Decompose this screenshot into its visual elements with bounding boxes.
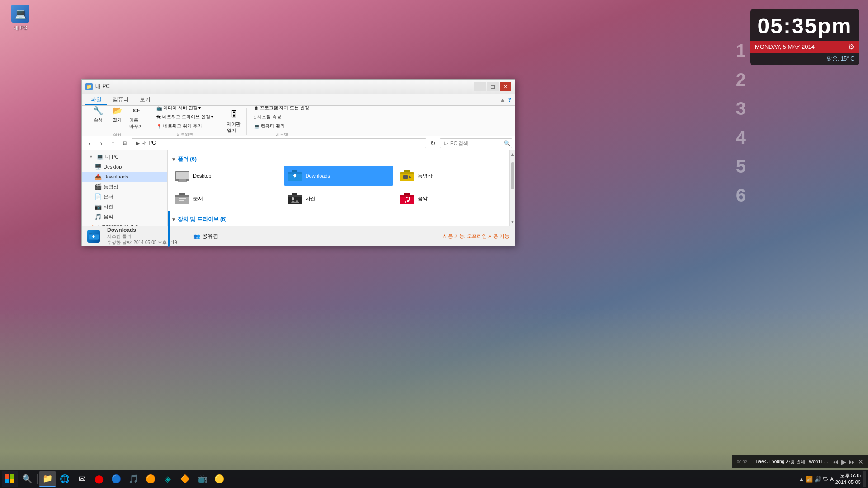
ribbon-btn-media-server[interactable]: 📺 미디어 서버 연결 ▾ <box>155 104 215 112</box>
maximize-button[interactable]: □ <box>487 82 499 91</box>
content-scrollbar[interactable]: ▲ ▼ <box>509 150 515 226</box>
close-button[interactable]: ✕ <box>500 82 511 91</box>
sidebar-item-videos[interactable]: 🎬 동영상 <box>82 182 167 192</box>
taskbar-explorer[interactable]: 📁 <box>39 471 56 487</box>
folder-item-music[interactable]: 음악 <box>396 188 506 208</box>
desktop-icon-mypc[interactable]: 💻 내 PC <box>5 5 36 31</box>
breadcrumb-pc[interactable]: ▶ <box>136 140 140 146</box>
availability-label: 사용 가능: <box>443 233 466 239</box>
ribbon-btn-system-props[interactable]: ℹ 시스템 속성 <box>252 113 311 121</box>
mypc-sidebar-icon: 💻 <box>96 153 104 160</box>
taskbar-browser2[interactable]: 🔶 <box>177 471 193 487</box>
music-play-btn[interactable]: ▶ <box>841 458 846 465</box>
taskbar-app-cyan[interactable]: ◈ <box>160 471 176 487</box>
folder-item-downloads[interactable]: Downloads <box>284 166 394 186</box>
ribbon-btn-uninstall[interactable]: 🗑 프로그램 제거 또는 변경 <box>252 104 311 112</box>
taskbar-media[interactable]: 🎵 <box>125 471 142 487</box>
folder-item-videos[interactable]: 동영상 <box>396 166 506 186</box>
breadcrumb-mypc[interactable]: 내 PC <box>142 139 156 147</box>
sidebar-item-pictures[interactable]: 📷 사진 <box>82 202 167 211</box>
taskbar: 🔍 📁 🌐 ✉ ⬤ 🔵 🎵 🟠 ◈ 🔶 📺 🟡 ▲ 📶 🔊 🛡 A 오후 5:3… <box>0 470 868 488</box>
music-next-btn[interactable]: ⏭ <box>849 458 855 465</box>
search-input[interactable] <box>440 138 512 148</box>
ribbon-collapse-btn[interactable]: ▲ <box>500 97 505 103</box>
address-bar: ‹ › ↑ ⊟ ▶ 내 PC ↻ 🔍 <box>82 136 515 150</box>
folder-item-desktop[interactable]: Desktop <box>171 166 281 186</box>
refresh-button[interactable]: ↻ <box>428 138 438 148</box>
system-props-icon: ℹ <box>254 115 256 120</box>
svg-point-18 <box>292 197 294 200</box>
folder-item-documents[interactable]: 문서 <box>171 188 281 208</box>
sidebar-item-music[interactable]: 🎵 음악 <box>82 211 167 221</box>
tray-network[interactable]: 📶 <box>806 476 813 483</box>
ribbon-btn-open[interactable]: 📂 열기 <box>108 103 126 131</box>
forward-button[interactable]: › <box>96 138 106 148</box>
ribbon-help-btn[interactable]: ? <box>508 97 511 103</box>
sidebar-item-documents[interactable]: 📄 문서 <box>82 192 167 202</box>
music-folder-icon <box>400 191 414 206</box>
svg-rect-40 <box>5 474 9 479</box>
taskbar-search[interactable]: 🔍 <box>19 471 35 487</box>
ribbon-btn-add-location[interactable]: 📍 네트워크 위치 추가 <box>155 122 215 130</box>
start-button[interactable] <box>2 471 18 487</box>
sidebar-item-downloads[interactable]: 📥 Downloads <box>82 172 167 182</box>
folders-label: 폴더 (6) <box>178 155 197 163</box>
desktop-folder-label: Desktop <box>193 173 211 178</box>
scrollbar-thumb[interactable] <box>511 162 514 189</box>
drives-toggle[interactable]: ▼ <box>171 217 176 222</box>
folders-toggle[interactable]: ▼ <box>171 157 176 162</box>
up-button[interactable]: ↑ <box>108 138 118 148</box>
videos-folder-icon <box>400 169 414 183</box>
rename-icon: ✏ <box>130 104 142 117</box>
status-folder-modified: 수정한 날짜: 2014-05-05 오후 5:19 <box>107 239 177 246</box>
sidebar-item-mypc[interactable]: ▼ 💻 내 PC <box>82 152 167 162</box>
clock-settings-icon[interactable]: ⚙ <box>848 42 854 51</box>
desktop-icon-label: 내 PC <box>14 24 27 31</box>
status-bar: Downloads 시스템 폴더 수정한 날짜: 2014-05-05 오후 5… <box>82 226 515 246</box>
taskbar-mail[interactable]: ✉ <box>74 471 90 487</box>
tray-input-method[interactable]: A <box>830 476 833 482</box>
clock-time: 05:35pm <box>750 9 859 41</box>
sidebar-item-desktop[interactable]: 🖥️ Desktop <box>82 162 167 172</box>
scroll-down-arrow[interactable]: ▼ <box>509 218 515 225</box>
ribbon-btn-rename[interactable]: ✏ 이름바꾸기 <box>127 103 145 131</box>
recent-paths-button[interactable]: ⊟ <box>120 138 130 148</box>
taskbar-app-orange[interactable]: 🟠 <box>142 471 159 487</box>
search-icon[interactable]: 🔍 <box>504 140 510 146</box>
scroll-up-arrow[interactable]: ▲ <box>509 151 515 158</box>
drives-label: 장치 및 드라이브 (6) <box>178 216 227 223</box>
ribbon-btn-map-drive[interactable]: 🗺 네트워크 드라이브 연결 ▾ <box>155 113 215 121</box>
svg-rect-14 <box>179 200 184 201</box>
status-folder-name: Downloads <box>107 227 136 233</box>
taskbar-ie[interactable]: 🌐 <box>57 471 73 487</box>
svg-rect-1 <box>176 172 189 179</box>
status-name-info: Downloads 시스템 폴더 수정한 날짜: 2014-05-05 오후 5… <box>107 227 177 246</box>
ribbon-group-properties: 🔧 속성 📂 열기 ✏ 이름바꾸기 위치 <box>85 103 149 138</box>
back-button[interactable]: ‹ <box>85 138 94 148</box>
tray-volume[interactable]: 🔊 <box>814 476 821 483</box>
status-folder-icon <box>87 230 100 243</box>
side-decoration: 123456 <box>736 36 746 210</box>
status-share: 공유됨 <box>202 232 218 240</box>
taskbar-tv[interactable]: 📺 <box>194 471 210 487</box>
taskbar-app-yellow[interactable]: 🟡 <box>211 471 227 487</box>
tray-chevron[interactable]: ▲ <box>799 476 805 483</box>
minimize-button[interactable]: ─ <box>474 82 486 91</box>
show-desktop-btn[interactable] <box>863 471 866 487</box>
desktop-folder-icon <box>175 169 189 183</box>
music-prev-btn[interactable]: ⏮ <box>832 458 839 465</box>
taskbar-clock[interactable]: 오후 5:35 2014-05-05 <box>835 472 861 486</box>
ribbon-btn-properties[interactable]: 🔧 속성 <box>89 103 107 131</box>
address-path[interactable]: ▶ 내 PC <box>132 138 426 148</box>
ribbon-btn-control-panel[interactable]: 🎛 제어판열기 <box>225 108 243 135</box>
open-icon: 📂 <box>111 104 123 117</box>
tray-antivirus[interactable]: 🛡 <box>823 476 829 483</box>
music-close-btn[interactable]: ✕ <box>858 458 863 465</box>
drives-section-header: ▼ 장치 및 드라이브 (6) <box>171 214 506 226</box>
taskbar-app-blue2[interactable]: 🔵 <box>108 471 124 487</box>
sidebar-item-c-drive[interactable]: ● Embedded 81 (C:) <box>82 221 167 226</box>
downloads-folder-label: Downloads <box>306 173 330 178</box>
ribbon-btn-computer-mgmt[interactable]: 💻 컴퓨터 관리 <box>252 122 311 130</box>
taskbar-app-red[interactable]: ⬤ <box>91 471 107 487</box>
folder-item-pictures[interactable]: 사진 <box>284 188 394 208</box>
